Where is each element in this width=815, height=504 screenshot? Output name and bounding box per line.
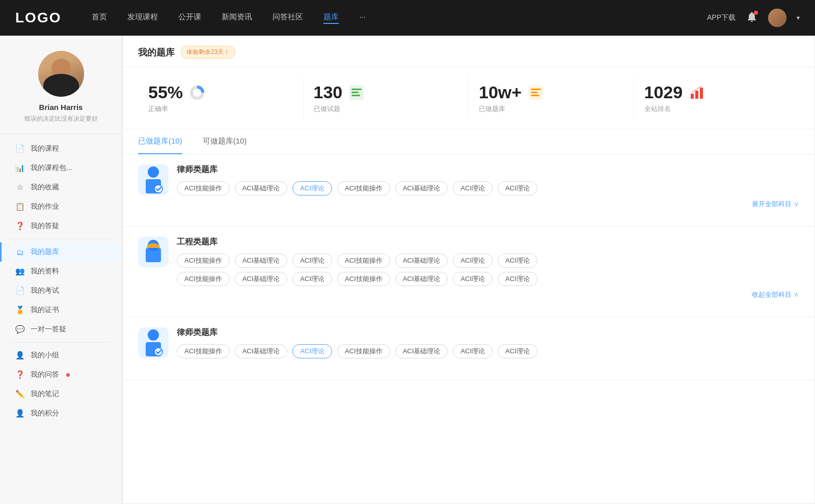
tag-lawyer1-1[interactable]: ACI基础理论 [235, 181, 288, 195]
collection-icon: ☆ [15, 183, 24, 192]
nav-qbank[interactable]: 题库 [323, 12, 339, 24]
sidebar-item-my-collection[interactable]: ☆ 我的收藏 [0, 178, 122, 197]
sidebar-item-my-profile[interactable]: 👥 我的资料 [0, 262, 122, 281]
tab-available-banks[interactable]: 可做题库(10) [203, 129, 247, 154]
tag-lawyer2-3[interactable]: ACI技能操作 [337, 344, 390, 358]
sidebar-label-my-qa: 我的答疑 [31, 221, 59, 231]
tag-eng1-r1-4[interactable]: ACI基础理论 [395, 254, 448, 268]
stat-correctness-value: 55% [148, 82, 183, 102]
svg-point-15 [154, 185, 162, 193]
tag-lawyer2-0[interactable]: ACI技能操作 [177, 344, 230, 358]
tag-eng1-r2-6[interactable]: ACI理论 [498, 272, 537, 286]
tag-lawyer1-3[interactable]: ACI技能操作 [337, 181, 390, 195]
qbank-avatar-lawyer-2 [138, 327, 169, 358]
tag-eng1-r1-5[interactable]: ACI理论 [453, 254, 493, 268]
svg-rect-5 [351, 95, 360, 96]
notification-dot [754, 11, 758, 15]
tag-lawyer2-4[interactable]: ACI基础理论 [395, 344, 448, 358]
tag-lawyer2-2[interactable]: ACI理论 [292, 344, 332, 358]
tag-lawyer1-6[interactable]: ACI理论 [498, 181, 537, 195]
tag-eng1-r2-0[interactable]: ACI技能操作 [177, 272, 230, 286]
qbank-header-lawyer-1: 律师类题库 ACI技能操作 ACI基础理论 ACI理论 ACI技能操作 ACI基… [138, 164, 799, 209]
sidebar-label-my-cert: 我的证书 [31, 305, 59, 315]
page-header: 我的题库 体验剩余23天！ [123, 36, 814, 67]
qbank-title-lawyer-1: 律师类题库 [177, 164, 799, 175]
sidebar-profile: Brian Harris 错误的决定比没有决定要好 [0, 51, 122, 134]
collapse-engineer-1[interactable]: 收起全部科目 ∧ [177, 290, 799, 299]
sidebar-item-my-cert[interactable]: 🏅 我的证书 [0, 300, 122, 320]
nav-courses[interactable]: 发现课程 [127, 12, 158, 24]
sidebar-item-my-qa[interactable]: ❓ 我的答疑 [0, 216, 122, 236]
app-download-button[interactable]: APP下载 [707, 13, 736, 22]
sidebar-item-my-group[interactable]: 👤 我的小组 [0, 346, 122, 365]
engineer-figure-icon [141, 238, 166, 266]
one-on-one-icon: 💬 [15, 325, 24, 334]
tag-lawyer1-5[interactable]: ACI理论 [453, 181, 493, 195]
sidebar-label-my-homework: 我的作业 [31, 202, 59, 211]
nav-more[interactable]: ··· [359, 12, 366, 24]
tag-lawyer2-1[interactable]: ACI基础理论 [235, 344, 288, 358]
stat-done-questions: 130 已做试题 [304, 77, 469, 119]
group-icon: 👤 [15, 351, 24, 360]
logo[interactable]: LOGO [15, 10, 61, 26]
tag-eng1-r2-4[interactable]: ACI基础理论 [395, 272, 448, 286]
svg-point-21 [154, 348, 162, 356]
stat-correctness: 55% 正确率 [138, 77, 304, 119]
tag-eng1-r1-6[interactable]: ACI理论 [498, 254, 537, 268]
sidebar-item-my-qbank[interactable]: 🗂 我的题库 [0, 242, 122, 262]
qbank-avatar-engineer-1 [138, 237, 169, 267]
svg-rect-17 [147, 246, 160, 248]
sidebar-item-one-on-one[interactable]: 💬 一对一答疑 [0, 320, 122, 339]
questions-icon: ❓ [15, 370, 24, 379]
svg-rect-7 [531, 89, 541, 90]
tag-eng1-r1-2[interactable]: ACI理论 [292, 254, 332, 268]
sidebar-item-my-course[interactable]: 📄 我的课程 [0, 139, 122, 158]
qbank-avatar-lawyer-1 [138, 164, 169, 195]
sidebar-item-my-questions[interactable]: ❓ 我的问答 [0, 365, 122, 384]
tag-eng1-r1-0[interactable]: ACI技能操作 [177, 254, 230, 268]
profile-icon: 👥 [15, 267, 24, 276]
questions-red-dot [66, 373, 70, 377]
qbank-title-lawyer-2: 律师类题库 [177, 327, 799, 338]
nav-news[interactable]: 新闻资讯 [222, 12, 252, 24]
tag-lawyer2-5[interactable]: ACI理论 [453, 344, 493, 358]
tag-lawyer1-0[interactable]: ACI技能操作 [177, 181, 230, 195]
tag-lawyer1-2[interactable]: ACI理论 [292, 181, 332, 195]
sidebar-label-my-group: 我的小组 [31, 351, 59, 360]
sidebar-item-my-notes[interactable]: ✏️ 我的笔记 [0, 384, 122, 404]
sidebar-label-my-package: 我的课程包... [31, 163, 72, 173]
nav-open-courses[interactable]: 公开课 [178, 12, 201, 24]
sidebar-label-my-collection: 我的收藏 [31, 183, 59, 192]
notes-icon: ✏️ [15, 389, 24, 399]
tag-eng1-r2-3[interactable]: ACI技能操作 [337, 272, 390, 286]
qbank-section-engineer-1: 工程类题库 ACI技能操作 ACI基础理论 ACI理论 ACI技能操作 ACI基… [123, 227, 814, 317]
user-avatar[interactable] [768, 9, 786, 27]
tag-eng1-r2-2[interactable]: ACI理论 [292, 272, 332, 286]
stat-ranking-icon [688, 83, 706, 102]
trial-badge: 体验剩余23天！ [181, 46, 235, 59]
expand-lawyer-1[interactable]: 展开全部科目 ∨ [177, 200, 799, 209]
tag-eng1-r2-1[interactable]: ACI基础理论 [235, 272, 288, 286]
tag-eng1-r1-3[interactable]: ACI技能操作 [337, 254, 390, 268]
bar-red-icon [688, 83, 706, 102]
notification-bell[interactable] [746, 11, 758, 25]
profile-avatar [38, 51, 84, 97]
tabs-row: 已做题库(10) 可做题库(10) [123, 129, 814, 154]
sidebar-label-one-on-one: 一对一答疑 [31, 325, 66, 334]
nav-qa[interactable]: 问答社区 [273, 12, 303, 24]
list-orange-icon [527, 83, 545, 102]
sidebar-item-my-exam[interactable]: 📄 我的考试 [0, 281, 122, 300]
tab-done-banks[interactable]: 已做题库(10) [138, 129, 182, 154]
stat-done-banks: 10w+ 已做题库 [469, 77, 634, 119]
tag-eng1-r2-5[interactable]: ACI理论 [453, 272, 493, 286]
sidebar-item-my-homework[interactable]: 📋 我的作业 [0, 197, 122, 216]
tag-lawyer1-4[interactable]: ACI基础理论 [395, 181, 448, 195]
nav-home[interactable]: 首页 [92, 12, 107, 24]
homework-icon: 📋 [15, 202, 24, 211]
sidebar-item-my-points[interactable]: 👤 我的积分 [0, 404, 122, 423]
course-icon: 📄 [15, 144, 24, 153]
tag-eng1-r1-1[interactable]: ACI基础理论 [235, 254, 288, 268]
sidebar-item-my-package[interactable]: 📊 我的课程包... [0, 158, 122, 178]
tag-lawyer2-6[interactable]: ACI理论 [498, 344, 537, 358]
user-menu-chevron[interactable]: ▾ [797, 14, 800, 21]
